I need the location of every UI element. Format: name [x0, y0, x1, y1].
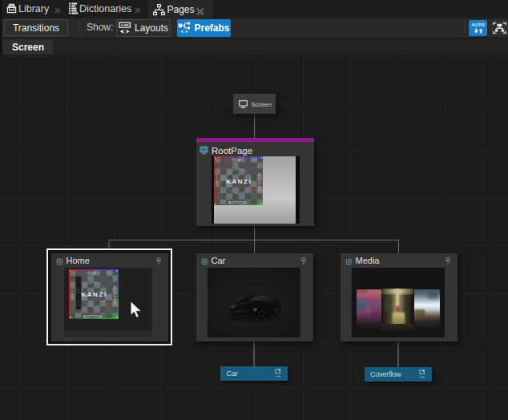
svg-text:AUTO: AUTO [471, 22, 485, 27]
